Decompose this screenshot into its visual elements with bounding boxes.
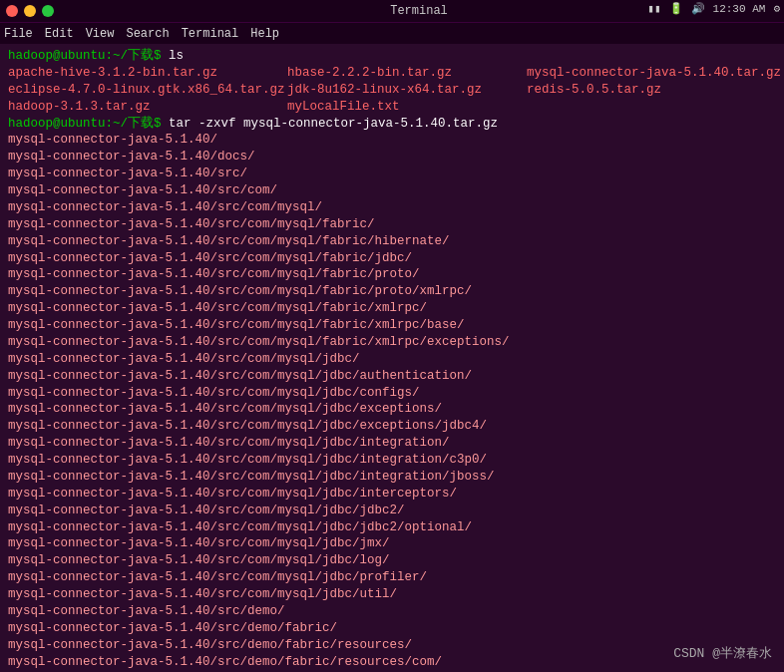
terminal-line: mysql-connector-java-5.1.40/src/com/mysq… bbox=[8, 216, 776, 233]
terminal-line: mysql-connector-java-5.1.40/src/demo/fab… bbox=[8, 620, 776, 637]
terminal-line: mysql-connector-java-5.1.40/src/demo/fab… bbox=[8, 637, 776, 654]
terminal-line: mysql-connector-java-5.1.40/src/com/mysq… bbox=[8, 469, 776, 486]
terminal-line: mysql-connector-java-5.1.40/src/ bbox=[8, 166, 776, 182]
terminal-line: mysql-connector-java-5.1.40/src/com/mysq… bbox=[8, 486, 776, 503]
terminal-line: mysql-connector-java-5.1.40/src/com/mysq… bbox=[8, 452, 776, 469]
terminal-line: hadoop@ubuntu:~/下载$ tar -zxvf mysql-conn… bbox=[8, 116, 776, 133]
terminal-line: mysql-connector-java-5.1.40/src/com/mysq… bbox=[8, 266, 776, 283]
minimize-button[interactable] bbox=[24, 5, 36, 17]
menu-search[interactable]: Search bbox=[126, 27, 169, 41]
terminal-line: hadoop@ubuntu:~/下载$ ls bbox=[8, 48, 776, 65]
terminal-line: mysql-connector-java-5.1.40/ bbox=[8, 132, 776, 149]
terminal-line: mysql-connector-java-5.1.40/src/com/mysq… bbox=[8, 300, 776, 317]
tray-icon-volume: 🔊 bbox=[691, 2, 705, 15]
terminal-line: mysql-connector-java-5.1.40/src/com/ bbox=[8, 182, 776, 199]
terminal-line: mysql-connector-java-5.1.40/src/com/mysq… bbox=[8, 199, 776, 216]
tray-indicator: ▮▮ bbox=[647, 2, 660, 15]
terminal-line: mysql-connector-java-5.1.40/src/com/mysq… bbox=[8, 401, 776, 418]
terminal-line: mysql-connector-java-5.1.40/src/demo/fab… bbox=[8, 654, 776, 671]
terminal-line: mysql-connector-java-5.1.40/src/com/mysq… bbox=[8, 586, 776, 603]
terminal-line: mysql-connector-java-5.1.40/src/com/mysq… bbox=[8, 334, 776, 351]
terminal-line: mysql-connector-java-5.1.40/src/com/mysq… bbox=[8, 385, 776, 402]
clock-label: 12:30 AM bbox=[713, 3, 766, 15]
terminal-line: mysql-connector-java-5.1.40/src/com/mysq… bbox=[8, 535, 776, 552]
terminal-line: apache-hive-3.1.2-bin.tar.gzhbase-2.2.2-… bbox=[8, 65, 776, 82]
terminal-line: mysql-connector-java-5.1.40/src/com/mysq… bbox=[8, 317, 776, 334]
terminal-line: mysql-connector-java-5.1.40/src/com/mysq… bbox=[8, 233, 776, 250]
system-tray: ▮▮ 🔋 🔊 12:30 AM ⚙ bbox=[647, 2, 780, 15]
terminal-line: mysql-connector-java-5.1.40/src/demo/ bbox=[8, 603, 776, 620]
terminal-line: mysql-connector-java-5.1.40/src/com/mysq… bbox=[8, 351, 776, 368]
terminal-line: mysql-connector-java-5.1.40/src/com/mysq… bbox=[8, 418, 776, 435]
terminal-line: mysql-connector-java-5.1.40/src/com/mysq… bbox=[8, 519, 776, 536]
terminal-line: mysql-connector-java-5.1.40/src/com/mysq… bbox=[8, 250, 776, 267]
terminal-line: hadoop-3.1.3.tar.gzmyLocalFile.txt bbox=[8, 99, 776, 116]
terminal-body[interactable]: hadoop@ubuntu:~/下载$ lsapache-hive-3.1.2-… bbox=[0, 44, 784, 672]
menu-edit[interactable]: Edit bbox=[45, 27, 74, 41]
terminal-line: mysql-connector-java-5.1.40/docs/ bbox=[8, 149, 776, 166]
menu-terminal[interactable]: Terminal bbox=[182, 27, 239, 41]
terminal-line: mysql-connector-java-5.1.40/src/com/mysq… bbox=[8, 283, 776, 300]
terminal-line: mysql-connector-java-5.1.40/src/com/mysq… bbox=[8, 503, 776, 519]
terminal-line: mysql-connector-java-5.1.40/src/com/mysq… bbox=[8, 368, 776, 385]
menubar: File Edit View Search Terminal Help bbox=[0, 22, 784, 44]
watermark: CSDN @半潦春水 bbox=[673, 644, 772, 662]
settings-icon[interactable]: ⚙ bbox=[773, 2, 780, 15]
close-button[interactable] bbox=[6, 5, 18, 17]
tray-icon-battery: 🔋 bbox=[669, 2, 683, 15]
terminal-line: eclipse-4.7.0-linux.gtk.x86_64.tar.gzjdk… bbox=[8, 82, 776, 99]
menu-file[interactable]: File bbox=[4, 27, 33, 41]
menu-view[interactable]: View bbox=[86, 27, 115, 41]
terminal-line: mysql-connector-java-5.1.40/src/com/mysq… bbox=[8, 552, 776, 569]
terminal-line: mysql-connector-java-5.1.40/src/com/mysq… bbox=[8, 435, 776, 452]
terminal-line: mysql-connector-java-5.1.40/src/com/mysq… bbox=[8, 569, 776, 586]
maximize-button[interactable] bbox=[42, 5, 54, 17]
menu-help[interactable]: Help bbox=[250, 27, 279, 41]
